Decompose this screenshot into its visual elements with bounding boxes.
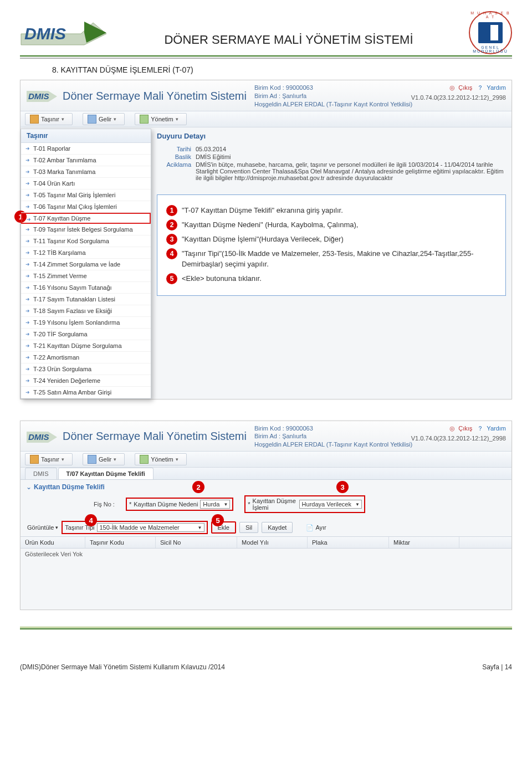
section-heading: 8. KAYITTAN DÜŞME İŞLEMLERİ (T-07) <box>52 65 512 74</box>
ayir-button[interactable]: 📄 Ayır <box>306 524 326 531</box>
neden-group: * Kayıttan Düşme Nedeni Hurda <box>126 498 233 511</box>
svg-text:DMIS: DMIS <box>28 432 49 442</box>
dropdown-item[interactable]: T-25 Satın Alma Ambar Girişi <box>21 387 151 398</box>
duyuru-aciklama: DMİS'in bütçe, muhasebe, harcama, gelir,… <box>196 161 506 181</box>
dropdown-item[interactable]: T-21 Kayıttan Düşme Sorgulama <box>21 340 151 352</box>
kaydet-button[interactable]: Kaydet <box>262 522 293 533</box>
footer-left: (DMIS)Döner Sermaye Mali Yönetim Sistemi… <box>20 663 225 671</box>
dropdown-item[interactable]: T-18 Sayım Fazlası ve Eksiği <box>21 305 151 317</box>
collapse-icon[interactable]: ⌄ <box>26 483 32 491</box>
toolbar-tasinir-2[interactable]: Taşınır▾ <box>25 453 73 465</box>
fisno-label: Fiş No : <box>94 501 115 508</box>
dropdown-item[interactable]: T-09 Taşınır İstek Belgesi Sorgulama <box>21 224 151 235</box>
sil-button[interactable]: Sil <box>239 522 258 533</box>
tasinir-tipi-select[interactable]: 150-İlk Madde ve Malzemeler <box>97 523 204 532</box>
dropdown-item[interactable]: T-14 Zimmet Sorgulama ve İade <box>21 259 151 270</box>
app-logo-small-2: DMIS <box>26 428 59 445</box>
help-link[interactable]: ？Yardım <box>477 84 506 91</box>
dropdown-item[interactable]: T-22 Amortisman <box>21 352 151 363</box>
dropdown-title: Taşınır <box>21 129 151 143</box>
svg-text:DMIS: DMIS <box>24 24 66 43</box>
exit-link[interactable]: ◎Çıkış <box>449 84 472 91</box>
page-title: DÖNER SERMAYE MALİ YÖNETİM SİSTEMİ <box>109 18 469 47</box>
neden-select[interactable]: Hurda <box>200 500 230 509</box>
version-text: V1.0.74.0(23.12.2012-12:12)_2998 <box>411 94 506 101</box>
dropdown-item[interactable]: T-19 Yılsonu İşlem Sonlandırma <box>21 317 151 329</box>
app-logo-small: DMIS <box>26 88 59 104</box>
dropdown-item[interactable]: T-11 Taşınır Kod Sorgulama <box>21 235 151 247</box>
toolbar-yonetim-2[interactable]: Yönetim▾ <box>135 453 186 465</box>
dropdown-item[interactable]: T-20 TİF Sorgulama <box>21 329 151 340</box>
grid-header: Ürün Kodu Taşınır Kodu Sicil No Model Yı… <box>21 536 511 549</box>
dropdown-item[interactable]: T-17 Sayım Tutanakları Listesi <box>21 294 151 305</box>
marker-4: 4 <box>85 514 97 526</box>
grid-empty: Gösterilecek Veri Yok <box>21 549 511 560</box>
dropdown-item[interactable]: T-24 Yeniden Değerleme <box>21 375 151 387</box>
toolbar-gelir[interactable]: Gelir▾ <box>83 113 125 125</box>
muhasebat-logo: M U H A S E B A T GENEL MÜDÜRLÜĞÜ <box>469 11 512 54</box>
marker-5: 5 <box>212 514 224 526</box>
app-title: Döner Sermaye Mali Yönetim Sistemi <box>63 90 247 103</box>
app-info-2: Birim Kod : 99000063 Birim Ad : Şanlıurf… <box>254 424 412 449</box>
duyuru-baslik: DMİS Eğitimi <box>196 153 506 160</box>
dmis-logo: DMIS <box>20 17 109 48</box>
dropdown-item[interactable]: T-12 TİB Karşılama <box>21 247 151 259</box>
tab-active[interactable]: T/07 Kayıttan Düşme Teklifi <box>58 468 154 479</box>
dropdown-item[interactable]: T-23 Ürün Sorgulama <box>21 363 151 375</box>
guide-box: 1"T-07 Kayıttan Düşme Teklifi" ekranına … <box>157 194 506 296</box>
toolbar-tasinir[interactable]: Taşınır▾ <box>25 113 73 125</box>
tasinir-dropdown: Taşınır T-01 RaporlarT-02 Ambar Tanımlam… <box>21 129 151 399</box>
toolbar-yonetim[interactable]: Yönetim▾ <box>135 113 186 125</box>
app-title-2: Döner Sermaye Mali Yönetim Sistemi <box>63 430 247 443</box>
panel-title: Kayıttan Düşme Teklifi <box>34 483 105 491</box>
app-info: Birim Kod : 99000063 Birim Ad : Şanlıurf… <box>254 84 412 109</box>
help-link-2[interactable]: ？Yardım <box>477 425 506 432</box>
svg-text:DMIS: DMIS <box>28 91 49 101</box>
dropdown-item[interactable]: T-04 Ürün Kartı <box>21 178 151 189</box>
footer-right: Sayfa | 14 <box>482 663 512 671</box>
islem-group: * Kayıttan Düşme İşlemi Hurdaya Verilece… <box>244 495 365 513</box>
dropdown-item[interactable]: T-02 Ambar Tanımlama <box>21 155 151 166</box>
dropdown-item[interactable]: T-01 Raporlar <box>21 143 151 155</box>
dropdown-item[interactable]: T-03 Marka Tanımlama <box>21 166 151 178</box>
duyuru-heading: Duyuru Detayı <box>157 132 506 140</box>
dropdown-item[interactable]: T-07 Kayıttan Düşme <box>21 213 151 224</box>
dropdown-item[interactable]: T-16 Yılsonu Sayım Tutanağı <box>21 282 151 294</box>
exit-link-2[interactable]: ◎Çıkış <box>449 425 472 432</box>
goruntule-button[interactable]: Görüntüle ▾ <box>27 524 58 531</box>
dropdown-item[interactable]: T-15 Zimmet Verme <box>21 270 151 282</box>
dropdown-item[interactable]: T-06 Taşınır Mal Çıkış İşlemleri <box>21 201 151 213</box>
version-text-2: V1.0.74.0(23.12.2012-12:12)_2998 <box>411 435 506 442</box>
toolbar-gelir-2[interactable]: Gelir▾ <box>83 453 125 465</box>
marker-2: 2 <box>192 481 204 493</box>
dropdown-item[interactable]: T-05 Taşınır Mal Giriş İşlemleri <box>21 189 151 201</box>
tab-root[interactable]: DMIS <box>25 468 57 479</box>
islem-select[interactable]: Hurdaya Verilecek <box>299 500 362 509</box>
marker-3: 3 <box>336 481 349 493</box>
duyuru-tarih: 05.03.2014 <box>196 146 506 152</box>
